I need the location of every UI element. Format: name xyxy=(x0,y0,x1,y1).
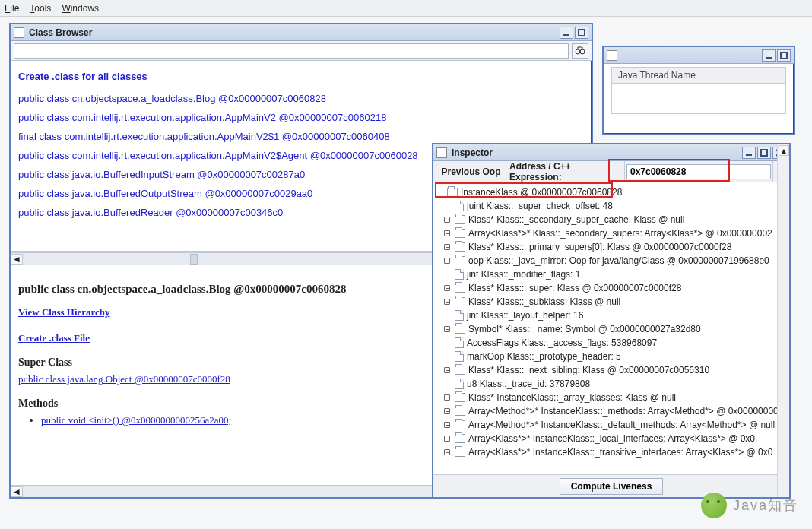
expand-handle-icon[interactable] xyxy=(442,299,452,305)
expand-handle-icon[interactable] xyxy=(442,436,452,442)
tree-node[interactable]: jint Klass::_layout_helper: 16 xyxy=(435,309,788,322)
svg-point-2 xyxy=(580,49,585,54)
tree-node[interactable]: Klass* InstanceKlass::_array_klasses: Kl… xyxy=(435,391,788,404)
tree-node[interactable]: Klass* Klass::_primary_supers[0]: Klass … xyxy=(435,240,788,254)
tree-node[interactable]: Klass* Klass::_subklass: Klass @ null xyxy=(435,295,788,309)
window-icon xyxy=(14,27,24,38)
folder-icon xyxy=(455,256,465,265)
tree-node-label: u8 Klass::_trace_id: 37879808 xyxy=(467,379,590,389)
expand-handle-icon[interactable] xyxy=(442,422,452,428)
expand-handle-icon[interactable] xyxy=(442,285,452,291)
tree-node-label: markOop Klass::_prototype_header: 5 xyxy=(467,351,621,362)
tree-node-label: Klass* Klass::_primary_supers[0]: Klass … xyxy=(468,242,731,252)
document-icon xyxy=(455,201,464,211)
class-browser-titlebar[interactable]: Class Browser xyxy=(11,24,592,41)
svg-point-1 xyxy=(576,49,580,54)
tree-node[interactable]: Array<Klass*>* InstanceKlass::_transitiv… xyxy=(435,445,788,459)
tree-node-label: oop Klass::_java_mirror: Oop for java/la… xyxy=(468,255,769,266)
menu-tools[interactable]: TToolsools xyxy=(30,3,51,14)
tree-node[interactable]: oop Klass::_java_mirror: Oop for java/la… xyxy=(435,254,788,268)
vscroll[interactable]: ▲ xyxy=(777,182,789,474)
tree-node-label: InstanceKlass @ 0x00000007c0060828 xyxy=(461,187,622,198)
expand-handle-icon[interactable] xyxy=(442,367,452,373)
class-link[interactable]: final class com.intellij.rt.execution.ap… xyxy=(18,131,390,142)
minimize-icon[interactable] xyxy=(742,147,756,159)
menubar: FFileile TToolsools WWindowsindows xyxy=(0,0,812,17)
folder-icon xyxy=(455,242,465,252)
maximize-icon[interactable] xyxy=(757,147,771,159)
tree-node[interactable]: Symbol* Klass::_name: Symbol @ 0x0000000… xyxy=(435,322,788,336)
expand-handle-icon[interactable] xyxy=(442,449,452,455)
class-link[interactable]: public class com.intellij.rt.execution.a… xyxy=(18,150,418,161)
watermark-text: Java知音 xyxy=(733,496,798,515)
tree-node[interactable]: Array<Method*>* InstanceKlass::_methods:… xyxy=(435,404,788,418)
folder-icon xyxy=(455,448,465,457)
minimize-icon[interactable] xyxy=(762,49,776,62)
class-link[interactable]: public class com.intellij.rt.execution.a… xyxy=(18,112,386,123)
compute-liveness-button[interactable]: Compute Liveness xyxy=(560,478,664,495)
tree-node-label: Array<Method*>* InstanceKlass::_methods:… xyxy=(468,406,779,417)
folder-icon xyxy=(455,284,465,293)
scroll-left-icon[interactable]: ◄ xyxy=(11,486,23,497)
threads-column-header[interactable]: Java Thread Name xyxy=(611,67,786,84)
tree-node[interactable]: juint Klass::_super_check_offset: 48 xyxy=(435,199,788,213)
threads-titlebar[interactable] xyxy=(604,47,794,64)
view-hierarchy-link[interactable]: View Class Hierarchy xyxy=(18,306,110,318)
menu-file[interactable]: FFileile xyxy=(5,3,19,14)
class-browser-title: Class Browser xyxy=(29,27,92,38)
create-class-file-link[interactable]: Create .class File xyxy=(18,332,90,344)
tree-node[interactable]: Klass* Klass::_super: Klass @ 0x00000007… xyxy=(435,281,788,295)
tree-node[interactable]: InstanceKlass @ 0x00000007c0060828 xyxy=(435,185,788,199)
tree-node[interactable]: jint Klass::_modifier_flags: 1 xyxy=(435,268,788,281)
inspector-titlebar[interactable]: Inspector xyxy=(433,144,789,161)
folder-icon xyxy=(455,297,465,306)
document-icon xyxy=(455,337,464,348)
tree-node-label: jint Klass::_modifier_flags: 1 xyxy=(467,269,580,280)
class-link[interactable]: public class java.io.BufferedOutputStrea… xyxy=(18,188,312,199)
maximize-icon[interactable] xyxy=(575,27,588,39)
tree-node-label: Klass* InstanceKlass::_array_klasses: Kl… xyxy=(468,392,676,403)
method-link[interactable]: public void <init>() @0x0000000000256a2a… xyxy=(41,414,231,426)
class-search-input[interactable] xyxy=(14,43,569,59)
expand-handle-icon[interactable] xyxy=(442,408,452,414)
maximize-icon[interactable] xyxy=(777,49,791,62)
tree-node-label: juint Klass::_super_check_offset: 48 xyxy=(467,201,613,211)
tree-node-label: Array<Klass*>* Klass::_secondary_supers:… xyxy=(468,228,772,239)
minimize-icon[interactable] xyxy=(560,27,573,39)
super-class-link[interactable]: public class java.lang.Object @0x0000000… xyxy=(18,373,230,385)
tree-node[interactable]: AccessFlags Klass::_access_flags: 538968… xyxy=(435,336,788,350)
binoculars-icon[interactable] xyxy=(572,43,588,59)
tree-node[interactable]: Array<Klass*>* Klass::_secondary_supers:… xyxy=(435,226,788,240)
expand-handle-icon[interactable] xyxy=(442,326,452,332)
address-input[interactable] xyxy=(626,164,771,179)
class-link[interactable]: public class java.io.BufferedInputStream… xyxy=(18,169,305,180)
tree-node[interactable]: u8 Klass::_trace_id: 37879808 xyxy=(435,377,788,391)
scroll-left-icon[interactable]: ◄ xyxy=(11,254,23,264)
class-link[interactable]: public class cn.objectspace.a_loadclass.… xyxy=(18,93,326,104)
folder-icon xyxy=(455,420,465,429)
tree-node-label: jint Klass::_layout_helper: 16 xyxy=(467,310,583,321)
document-icon xyxy=(455,310,464,321)
inspector-frame: Inspector Previous Oop Address / C++ Exp… xyxy=(432,143,791,499)
tree-node[interactable]: Array<Method*>* InstanceKlass::_default_… xyxy=(435,418,788,432)
menu-windows[interactable]: WWindowsindows xyxy=(62,3,99,14)
threads-body: Java Thread Name xyxy=(604,64,794,117)
expand-handle-icon[interactable] xyxy=(442,258,452,264)
tree-node[interactable]: Klass* Klass::_secondary_super_cache: Kl… xyxy=(435,213,788,226)
scroll-thumb[interactable] xyxy=(190,254,198,264)
threads-empty-area xyxy=(611,84,786,114)
tree-node-label: Array<Klass*>* InstanceKlass::_transitiv… xyxy=(468,447,772,458)
tree-node[interactable]: Array<Klass*>* InstanceKlass::_local_int… xyxy=(435,432,788,445)
class-link[interactable]: public class java.io.BufferedReader @0x0… xyxy=(18,207,283,218)
tree-node[interactable]: markOop Klass::_prototype_header: 5 xyxy=(435,350,788,363)
document-icon xyxy=(455,379,464,389)
previous-oop-button[interactable]: Previous Oop xyxy=(433,161,509,182)
expand-handle-icon[interactable] xyxy=(442,217,452,223)
tree-node-label: Array<Klass*>* InstanceKlass::_local_int… xyxy=(468,433,755,444)
inspector-tree: ▲ InstanceKlass @ 0x00000007c0060828juin… xyxy=(433,182,789,474)
expand-handle-icon[interactable] xyxy=(442,394,452,401)
expand-handle-icon[interactable] xyxy=(442,244,452,250)
create-all-link[interactable]: Create .class for all classes xyxy=(18,71,147,82)
expand-handle-icon[interactable] xyxy=(442,230,452,236)
tree-node[interactable]: Klass* Klass::_next_sibling: Klass @ 0x0… xyxy=(435,363,788,377)
